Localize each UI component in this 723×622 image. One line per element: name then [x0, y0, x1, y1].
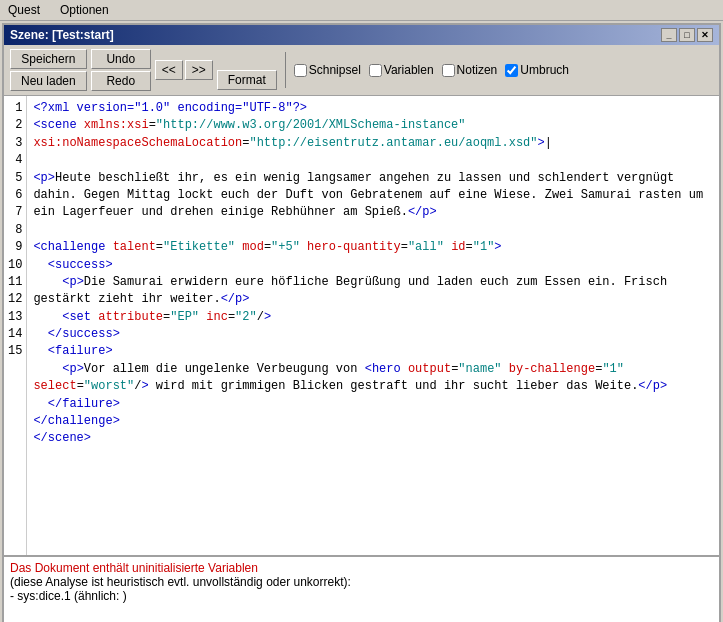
status-line-3: - sys:dice.1 (ähnlich: )	[10, 589, 713, 603]
window-title: Szene: [Test:start]	[10, 28, 114, 42]
undo-redo-group: Undo Redo	[91, 49, 151, 91]
checkbox-schnipsel[interactable]: Schnipsel	[294, 63, 361, 77]
nav-back-button[interactable]: <<	[155, 60, 183, 80]
checkbox-umbruch-input[interactable]	[505, 64, 518, 77]
toolbar: Speichern Neu laden Undo Redo << >> Form…	[4, 45, 719, 96]
menu-quest[interactable]: Quest	[4, 2, 44, 18]
menu-bar: Quest Optionen	[0, 0, 723, 21]
maximize-button[interactable]: □	[679, 28, 695, 42]
menu-optionen[interactable]: Optionen	[56, 2, 113, 18]
main-window: Szene: [Test:start] _ □ ✕ Speichern Neu …	[2, 23, 721, 622]
checkbox-umbruch-label: Umbruch	[520, 63, 569, 77]
status-line-2: (diese Analyse ist heuristisch evtl. unv…	[10, 575, 713, 589]
minimize-button[interactable]: _	[661, 28, 677, 42]
checkbox-schnipsel-label: Schnipsel	[309, 63, 361, 77]
nav-group: << >>	[155, 60, 213, 80]
speichern-button[interactable]: Speichern	[10, 49, 87, 69]
line-numbers: 123456789101112131415	[4, 96, 27, 555]
checkbox-variablen[interactable]: Variablen	[369, 63, 434, 77]
checkbox-variablen-input[interactable]	[369, 64, 382, 77]
close-button[interactable]: ✕	[697, 28, 713, 42]
editor-container: 123456789101112131415 <?xml version="1.0…	[4, 96, 719, 556]
status-bar: Das Dokument enthält uninitialisierte Va…	[4, 556, 719, 622]
redo-button[interactable]: Redo	[91, 71, 151, 91]
checkbox-notizen-label: Notizen	[457, 63, 498, 77]
window-title-bar: Szene: [Test:start] _ □ ✕	[4, 25, 719, 45]
checkbox-schnipsel-input[interactable]	[294, 64, 307, 77]
undo-button[interactable]: Undo	[91, 49, 151, 69]
toolbar-checkboxes: Schnipsel Variablen Notizen Umbruch	[294, 63, 569, 77]
checkbox-notizen[interactable]: Notizen	[442, 63, 498, 77]
format-button[interactable]: Format	[217, 70, 277, 90]
checkbox-notizen-input[interactable]	[442, 64, 455, 77]
window-title-buttons: _ □ ✕	[661, 28, 713, 42]
code-area[interactable]: <?xml version="1.0" encoding="UTF-8"?><s…	[27, 96, 719, 555]
checkbox-umbruch[interactable]: Umbruch	[505, 63, 569, 77]
checkbox-variablen-label: Variablen	[384, 63, 434, 77]
status-line-1: Das Dokument enthält uninitialisierte Va…	[10, 561, 713, 575]
format-group: Format	[217, 50, 277, 90]
nav-fwd-button[interactable]: >>	[185, 60, 213, 80]
save-reload-group: Speichern Neu laden	[10, 49, 87, 91]
neu-laden-button[interactable]: Neu laden	[10, 71, 87, 91]
toolbar-separator	[285, 52, 286, 88]
